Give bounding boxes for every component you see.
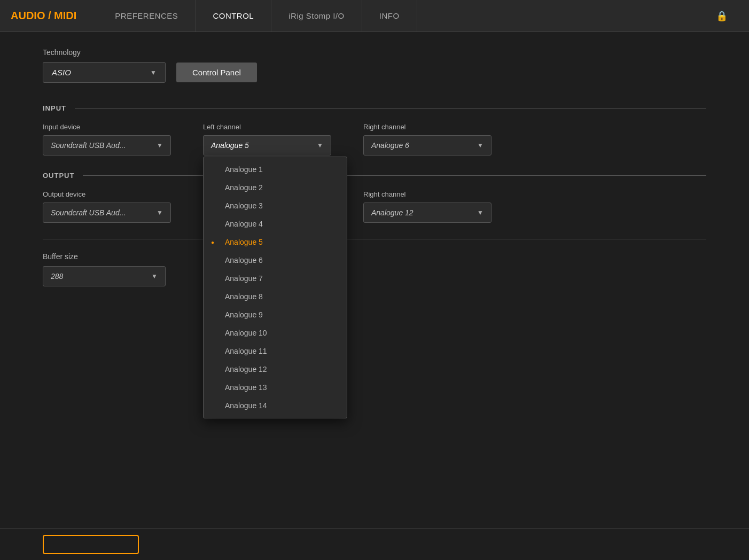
tab-control[interactable]: CONTROL (196, 0, 271, 32)
input-section-label: INPUT (43, 104, 66, 112)
tab-preferences[interactable]: PREFERENCES (98, 0, 196, 32)
buffer-section: Buffer size 288 ▼ (43, 252, 706, 286)
right-channel-input-dropdown[interactable]: Analogue 6 ▼ (363, 135, 491, 155)
tab-irig[interactable]: iRig Stomp I/O (271, 0, 362, 32)
dropdown-item-analogue3[interactable]: Analogue 3 (204, 197, 347, 215)
output-device-group: Output device Soundcraft USB Aud... ▼ (43, 190, 171, 223)
technology-chevron-icon: ▼ (150, 69, 157, 76)
dropdown-item-analogue11[interactable]: Analogue 11 (204, 342, 347, 360)
right-channel-input-chevron-icon: ▼ (477, 142, 483, 149)
section-divider-line (43, 239, 706, 239)
technology-row: ASIO ▼ Control Panel (43, 62, 706, 83)
right-channel-output-group: Right channel Analogue 12 ▼ (363, 190, 491, 223)
left-channel-group: Left channel Analogue 5 ▼ Analogue 1Anal… (203, 123, 331, 155)
right-channel-input-label: Right channel (363, 123, 491, 131)
dropdown-item-analogue9[interactable]: Analogue 9 (204, 306, 347, 324)
right-channel-output-value: Analogue 12 (371, 208, 413, 217)
dropdown-item-analogue1[interactable]: Analogue 1 (204, 160, 347, 178)
dropdown-item-analogue4[interactable]: Analogue 4 (204, 215, 347, 233)
bottom-bar (0, 528, 749, 560)
technology-dropdown-value: ASIO (52, 68, 71, 77)
output-device-chevron-icon: ▼ (157, 209, 163, 216)
dropdown-item-analogue2[interactable]: Analogue 2 (204, 178, 347, 197)
app-title: AUDIO / MIDI (11, 10, 76, 22)
output-device-label: Output device (43, 190, 171, 198)
output-fields-row: Output device Soundcraft USB Aud... ▼ Ri… (43, 190, 706, 223)
dropdown-item-analogue8[interactable]: Analogue 8 (204, 287, 347, 306)
output-section-header: OUTPUT (43, 172, 706, 180)
header: AUDIO / MIDI PREFERENCES CONTROL iRig St… (0, 0, 749, 32)
dropdown-item-analogue13[interactable]: Analogue 13 (204, 378, 347, 396)
input-device-label: Input device (43, 123, 171, 131)
input-device-chevron-icon: ▼ (157, 142, 163, 149)
main-content: Technology ASIO ▼ Control Panel INPUT In… (0, 32, 749, 308)
left-channel-dropdown-container: Analogue 5 ▼ Analogue 1Analogue 2Analogu… (203, 135, 331, 155)
control-panel-button[interactable]: Control Panel (176, 63, 257, 82)
lock-icon: 🔒 (716, 10, 728, 22)
right-channel-input-group: Right channel Analogue 6 ▼ (363, 123, 491, 155)
output-device-value: Soundcraft USB Aud... (51, 208, 126, 217)
right-channel-output-label: Right channel (363, 190, 491, 198)
dropdown-item-analogue10[interactable]: Analogue 10 (204, 324, 347, 342)
right-channel-output-chevron-icon: ▼ (477, 209, 483, 216)
left-channel-dropdown[interactable]: Analogue 5 ▼ (203, 135, 331, 155)
technology-label: Technology (43, 48, 706, 57)
input-section-header: INPUT (43, 104, 706, 112)
dropdown-item-analogue5[interactable]: Analogue 5 (204, 233, 347, 251)
left-channel-chevron-icon: ▼ (317, 142, 323, 149)
tab-info[interactable]: INFO (362, 0, 417, 32)
dropdown-item-analogue14[interactable]: Analogue 14 (204, 396, 347, 415)
input-device-dropdown[interactable]: Soundcraft USB Aud... ▼ (43, 135, 171, 155)
input-divider (75, 108, 706, 108)
lock-button[interactable]: 🔒 (705, 10, 738, 22)
dropdown-item-analogue12[interactable]: Analogue 12 (204, 360, 347, 378)
left-channel-label: Left channel (203, 123, 331, 131)
buffer-size-dropdown[interactable]: 288 ▼ (43, 266, 166, 286)
tab-bar: PREFERENCES CONTROL iRig Stomp I/O INFO (98, 0, 705, 32)
output-device-dropdown[interactable]: Soundcraft USB Aud... ▼ (43, 203, 171, 223)
bottom-bar-indicator (43, 535, 139, 554)
technology-dropdown[interactable]: ASIO ▼ (43, 62, 166, 83)
output-divider (83, 175, 706, 176)
right-channel-output-dropdown[interactable]: Analogue 12 ▼ (363, 203, 491, 223)
buffer-size-chevron-icon: ▼ (151, 273, 158, 280)
left-channel-value: Analogue 5 (211, 141, 249, 150)
left-channel-dropdown-menu: Analogue 1Analogue 2Analogue 3Analogue 4… (203, 157, 347, 418)
input-device-group: Input device Soundcraft USB Aud... ▼ (43, 123, 171, 155)
buffer-label: Buffer size (43, 252, 706, 261)
output-section-label: OUTPUT (43, 172, 74, 180)
dropdown-item-analogue6[interactable]: Analogue 6 (204, 251, 347, 269)
input-device-value: Soundcraft USB Aud... (51, 141, 126, 150)
buffer-size-value: 288 (51, 272, 63, 281)
input-fields-row: Input device Soundcraft USB Aud... ▼ Lef… (43, 123, 706, 155)
dropdown-item-analogue7[interactable]: Analogue 7 (204, 269, 347, 287)
right-channel-input-value: Analogue 6 (371, 141, 409, 150)
